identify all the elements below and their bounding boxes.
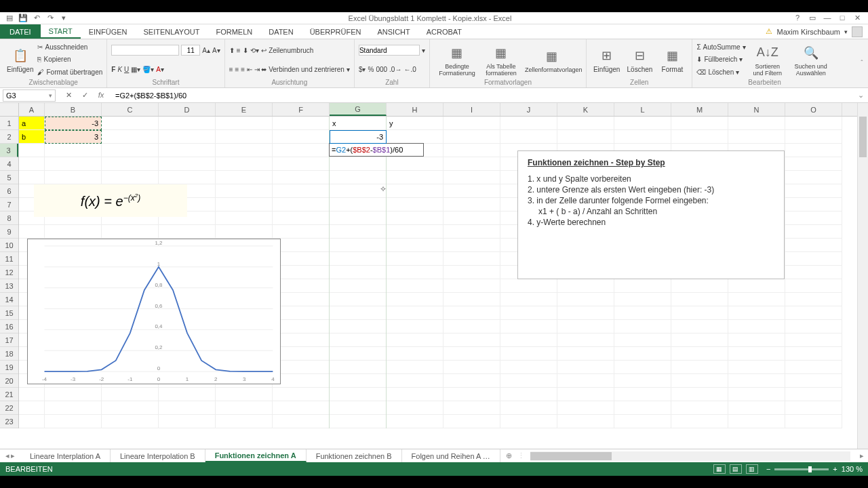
cell-G14[interactable] [330,293,387,306]
normal-view-icon[interactable]: ▦ [713,464,726,474]
cell-F4[interactable] [273,157,330,171]
cell-A21[interactable] [19,388,45,401]
zoom-level[interactable]: 130 % [842,465,863,473]
underline-button[interactable]: U [124,66,129,73]
cell-A3[interactable] [19,144,45,157]
cell-J14[interactable] [500,293,557,306]
chevron-down-icon[interactable]: ▾ [49,92,52,99]
cell-J1[interactable] [500,117,557,130]
cell-B23[interactable] [45,415,102,428]
cell-L1[interactable] [614,117,671,130]
col-header-D[interactable]: D [159,103,216,116]
cell-N15[interactable] [728,306,785,320]
scroll-thumb[interactable] [859,117,867,157]
cell-N20[interactable] [728,374,785,388]
cell-F10[interactable] [273,239,330,252]
cell-C9[interactable] [102,225,159,239]
horizontal-scrollbar[interactable] [530,451,850,461]
ribbon-display-icon[interactable]: ▭ [806,14,819,22]
cell-N13[interactable] [728,279,785,293]
zoom-out-icon[interactable]: − [766,465,770,473]
cell-G11[interactable] [330,252,387,266]
cell-H16[interactable] [387,320,443,333]
conditional-format-button[interactable]: ▦Bedingte Formatierung [434,41,480,79]
cell-K15[interactable] [557,306,614,320]
cell-M22[interactable] [671,401,728,415]
cell-O20[interactable] [785,374,842,388]
cell-L19[interactable] [614,361,671,374]
cell-C5[interactable] [102,171,159,184]
cell-A23[interactable] [19,415,45,428]
cell-D1[interactable] [159,117,216,130]
row-header-14[interactable]: 14 [0,293,18,306]
ribbon-tab-formeln[interactable]: FORMELN [208,24,260,39]
select-all-corner[interactable] [0,103,19,117]
indent-decrease-icon[interactable]: ⇤ [247,66,252,73]
cell-C1[interactable] [102,117,159,130]
merge-button[interactable]: ⬌Verbinden und zentrieren▾ [261,63,350,75]
orientation-icon[interactable]: ⟲▾ [250,47,259,54]
cell-E8[interactable] [216,211,273,225]
col-header-N[interactable]: N [728,103,785,116]
align-center-icon[interactable]: ≡ [235,66,239,73]
zoom-control[interactable]: − + 130 % [766,465,863,473]
cell-N19[interactable] [728,361,785,374]
cell-H19[interactable] [387,361,443,374]
cell-H5[interactable] [387,171,443,184]
font-size-input[interactable] [181,45,200,56]
font-color-button[interactable]: A▾ [156,66,164,73]
zoom-in-icon[interactable]: + [833,465,837,473]
cell-H1[interactable]: y [387,117,443,130]
cell-G15[interactable] [330,306,387,320]
cell-F13[interactable] [273,279,330,293]
cell-O11[interactable] [785,252,842,266]
qat-dropdown-icon[interactable]: ▾ [58,13,69,24]
cell-M13[interactable] [671,279,728,293]
col-header-L[interactable]: L [614,103,671,116]
cell-J19[interactable] [500,361,557,374]
row-header-8[interactable]: 8 [0,211,18,225]
page-break-view-icon[interactable]: ▥ [746,464,758,474]
ribbon-tab-acrobat[interactable]: ACROBAT [418,24,470,39]
bold-button[interactable]: F [111,66,115,73]
cell-M14[interactable] [671,293,728,306]
cell-G20[interactable] [330,374,387,388]
cell-F21[interactable] [273,388,330,401]
cell-O6[interactable] [785,184,842,198]
cell-M1[interactable] [671,117,728,130]
cell-G9[interactable] [330,225,387,239]
col-header-B[interactable]: B [45,103,102,116]
col-header-G[interactable]: G [330,103,387,116]
row-header-12[interactable]: 12 [0,266,18,279]
ribbon-tab-einfügen[interactable]: EINFÜGEN [81,24,136,39]
cell-F1[interactable] [273,117,330,130]
instructions-textbox[interactable]: Funktionen zeichnen - Step by Step 1. x … [517,150,785,279]
cell-H8[interactable] [387,211,443,225]
cell-K22[interactable] [557,401,614,415]
cell-F3[interactable] [273,144,330,157]
cell-H22[interactable] [387,401,443,415]
cell-B5[interactable] [45,171,102,184]
cell-O22[interactable] [785,401,842,415]
cell-E9[interactable] [216,225,273,239]
insert-cells-button[interactable]: ⊞Einfügen [591,41,623,79]
cell-E1[interactable] [216,117,273,130]
row-header-20[interactable]: 20 [0,374,18,388]
number-format-select[interactable] [359,45,420,56]
cell-I2[interactable] [443,130,500,144]
add-sheet-button[interactable]: ⊕ [500,451,517,460]
cell-G17[interactable] [330,333,387,347]
cell-I3[interactable] [443,144,500,157]
cell-B3[interactable] [45,144,102,157]
cell-N2[interactable] [728,130,785,144]
cell-G19[interactable] [330,361,387,374]
cell-K2[interactable] [557,130,614,144]
cell-O13[interactable] [785,279,842,293]
cell-N16[interactable] [728,320,785,333]
cell-G2[interactable]: -3 [330,130,387,144]
increase-decimal-icon[interactable]: .0→ [389,66,401,73]
cell-I21[interactable] [443,388,500,401]
cell-C22[interactable] [102,401,159,415]
close-icon[interactable]: ✕ [850,14,864,22]
cell-O19[interactable] [785,361,842,374]
